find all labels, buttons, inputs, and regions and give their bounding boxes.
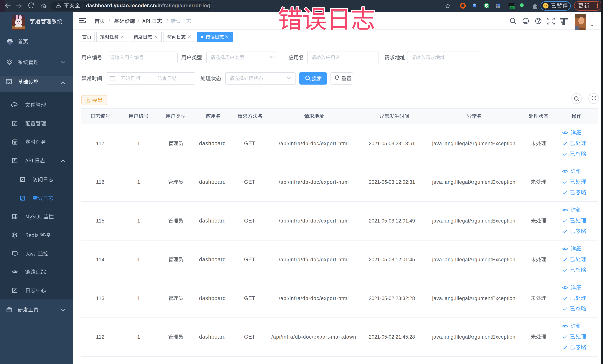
svg-text:java.lang.IllegalArgumentExcep: java.lang.IllegalArgumentException [432,334,515,340]
svg-text:2021-05-02 23:32:28: 2021-05-02 23:32:28 [369,295,415,301]
svg-text:GET: GET [244,179,255,185]
svg-text:java.lang.IllegalArgumentExcep: java.lang.IllegalArgumentException [432,179,515,185]
svg-text:113: 113 [96,295,104,301]
svg-text:dashboard.yudao.iocoder.cn/inf: dashboard.yudao.iocoder.cn/infra/log/api… [86,3,210,8]
svg-text:2021-05-03 23:13:51: 2021-05-03 23:13:51 [369,141,415,146]
svg-text:dashboard: dashboard [199,140,226,146]
svg-text:2021-05-02 21:45:28: 2021-05-02 21:45:28 [369,334,415,340]
svg-text:1: 1 [137,334,140,340]
svg-text:GET: GET [244,257,255,262]
svg-text:115: 115 [96,218,104,224]
svg-text:dashboard: dashboard [199,295,226,301]
svg-text:dashboard: dashboard [199,257,226,262]
svg-text:/api/infra/db-doc/export-html: /api/infra/db-doc/export-html [279,141,349,146]
svg-text:java.lang.IllegalArgumentExcep: java.lang.IllegalArgumentException [432,218,515,224]
svg-text:/: / [109,18,110,24]
svg-text:/api/infra/db-doc/export-html: /api/infra/db-doc/export-html [279,257,349,262]
svg-text:/: / [138,18,139,24]
svg-text:2021-05-03 12:01:45: 2021-05-03 12:01:45 [369,257,415,262]
svg-text:/api/infra/db-doc/export-html: /api/infra/db-doc/export-html [279,218,349,224]
svg-text:java.lang.IllegalArgumentExcep: java.lang.IllegalArgumentException [432,295,515,301]
svg-text:GET: GET [244,334,255,340]
svg-text:1: 1 [137,218,140,224]
svg-text:dashboard: dashboard [199,179,226,185]
svg-text:2021-05-03 12:01:49: 2021-05-03 12:01:49 [369,218,415,224]
svg-text:java.lang.IllegalArgumentExcep: java.lang.IllegalArgumentException [432,257,515,262]
svg-text:dashboard: dashboard [199,218,226,224]
svg-text:1: 1 [137,257,140,262]
svg-text:dashboard: dashboard [199,334,226,340]
svg-text:/api/infra/db-doc/export-markd: /api/infra/db-doc/export-markdown [271,334,356,340]
svg-text:on: on [511,7,514,9]
svg-text:112: 112 [96,334,104,340]
svg-text:/: / [166,18,168,24]
svg-text:1: 1 [137,179,140,185]
svg-text:/api/infra/db-doc/export-html: /api/infra/db-doc/export-html [279,179,349,185]
svg-text:GET: GET [244,295,255,301]
svg-text:2021-05-03 12:02:31: 2021-05-03 12:02:31 [369,179,415,185]
svg-text:~: ~ [148,75,151,81]
svg-text:GET: GET [244,218,255,224]
svg-text:116: 116 [96,179,104,185]
svg-text:117: 117 [96,141,104,146]
svg-text:/api/infra/db-doc/export-html: /api/infra/db-doc/export-html [279,295,349,301]
svg-text:1: 1 [137,141,140,146]
svg-text:java.lang.IllegalArgumentExcep: java.lang.IllegalArgumentException [432,141,515,146]
svg-text:GET: GET [244,140,255,146]
svg-text:114: 114 [96,257,104,262]
svg-text:1: 1 [137,295,140,301]
